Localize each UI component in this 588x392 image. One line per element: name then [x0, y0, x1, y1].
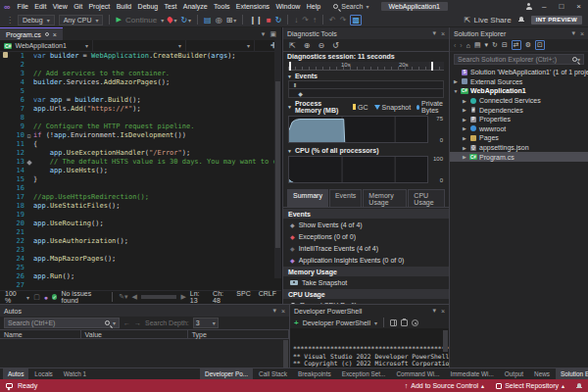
- chevron-collapsed-icon[interactable]: ▶: [462, 154, 467, 160]
- panel-close-icon[interactable]: ×: [441, 30, 445, 37]
- zoom-level[interactable]: 100 %: [5, 290, 23, 304]
- solution-name-badge[interactable]: WebApplication1: [381, 2, 448, 11]
- breakpoints-icon[interactable]: ▤: [204, 16, 212, 24]
- platform-dropdown[interactable]: Any CPU▾: [59, 15, 104, 25]
- menu-file[interactable]: File: [14, 3, 31, 10]
- menu-project[interactable]: Project: [85, 3, 113, 10]
- code-line[interactable]: 16: [0, 184, 281, 193]
- code-line[interactable]: 27: [0, 281, 281, 290]
- bottom-tab-watch-1[interactable]: Watch 1: [59, 368, 91, 379]
- int-preview-badge[interactable]: INT PREVIEW: [531, 16, 582, 24]
- home-icon[interactable]: ⌂: [466, 42, 470, 49]
- chevron-collapsed-icon[interactable]: ▶: [462, 145, 467, 151]
- column-header-value[interactable]: Value: [81, 330, 188, 338]
- autos-search-input[interactable]: Search (Ctrl+E) ▾: [4, 318, 120, 328]
- tree-item-pages[interactable]: ▶Pages: [450, 133, 588, 143]
- bottom-tab-call-stack[interactable]: Call Stack: [254, 368, 292, 379]
- code-line[interactable]: 23: [0, 246, 281, 255]
- summary-link-intellitrace[interactable]: ◆IntelliTrace Events (4 of 4): [283, 242, 449, 254]
- properties-wrench-icon[interactable]: ⚙: [525, 41, 531, 49]
- add-to-source-control-button[interactable]: ↑ Add to Source Control ▴: [405, 382, 484, 389]
- code-analysis-icon[interactable]: ●: [44, 294, 48, 301]
- diag-tab-cpu-usage[interactable]: CPU Usage: [408, 189, 445, 207]
- chevron-collapsed-icon[interactable]: ▶: [462, 117, 467, 122]
- horizontal-scrollbar-thumb[interactable]: [141, 295, 176, 299]
- health-indicator-icon[interactable]: ▢: [33, 293, 40, 301]
- back-icon[interactable]: ‹: [454, 42, 456, 49]
- panel-close-icon[interactable]: ×: [580, 30, 584, 37]
- account-icon[interactable]: [525, 3, 532, 10]
- code-line[interactable]: 15}: [0, 175, 281, 184]
- menu-build[interactable]: Build: [113, 3, 134, 10]
- code-line[interactable]: 2: [0, 61, 281, 70]
- summary-link-take[interactable]: Take Snapshot: [283, 276, 449, 288]
- terminal-profile-label[interactable]: Developer PowerShell: [303, 319, 370, 326]
- viewport-marker[interactable]: [289, 62, 291, 71]
- column-header-name[interactable]: Name: [0, 330, 81, 338]
- live-share-button[interactable]: ⇱ Live Share: [465, 16, 512, 24]
- tree-item-external-sources[interactable]: ▶External Sources: [450, 77, 588, 87]
- zoom-in-icon[interactable]: ⊕: [304, 41, 311, 50]
- eol-mode[interactable]: CRLF: [259, 290, 276, 304]
- diag-tab-events[interactable]: Events: [329, 189, 362, 207]
- search-prev-icon[interactable]: ←: [123, 319, 130, 326]
- code-line[interactable]: 10⊟if (!app.Environment.IsDevelopment()): [0, 131, 281, 140]
- issues-status[interactable]: No issues found: [61, 290, 106, 304]
- menu-git[interactable]: Git: [71, 3, 85, 10]
- bottom-tab-solution-explorer[interactable]: Solution Explorer: [556, 368, 588, 379]
- column-header-type[interactable]: Type: [188, 330, 289, 338]
- feedback-icon[interactable]: [6, 383, 13, 388]
- hot-reload-button[interactable]: ▾: [168, 17, 176, 24]
- code-line[interactable]: 12 app.UseExceptionHandler("/Error");: [0, 149, 281, 158]
- events-track-row[interactable]: ‖: [289, 81, 443, 89]
- reset-view-icon[interactable]: ↺: [332, 41, 339, 50]
- events-tracks[interactable]: ‖ ◆: [288, 80, 444, 98]
- code-line[interactable]: 11{: [0, 140, 281, 149]
- bottom-tab-breakpoints[interactable]: Breakpoints: [293, 368, 336, 379]
- event-diamond-icon[interactable]: ◆: [298, 90, 303, 97]
- scrollbar-thumb[interactable]: [275, 81, 280, 248]
- pause-button[interactable]: ❙❙: [249, 16, 262, 24]
- code-line[interactable]: 1var builder = WebApplication.CreateBuil…: [0, 52, 281, 61]
- collapse-all-icon[interactable]: ⊟: [502, 41, 508, 49]
- chevron-collapsed-icon[interactable]: ▶: [462, 135, 467, 141]
- forward-icon[interactable]: ›: [460, 42, 462, 49]
- code-line[interactable]: 20app.UseRouting();: [0, 220, 281, 228]
- tree-item-wwwroot[interactable]: ▶wwwroot: [450, 124, 588, 134]
- chevron-collapsed-icon[interactable]: ▶: [462, 125, 467, 131]
- chevron-collapsed-icon[interactable]: ▶: [462, 107, 467, 113]
- menu-debug[interactable]: Debug: [134, 3, 161, 10]
- summary-link-show[interactable]: ◆Show Events (4 of 4): [283, 219, 449, 230]
- tree-item-connected-services[interactable]: ▶Connected Services: [450, 96, 588, 106]
- panel-close-icon[interactable]: ×: [281, 308, 285, 315]
- summary-link-exceptions[interactable]: ◆Exceptions (0 of 0): [283, 230, 449, 242]
- breadcrumb-project[interactable]: C# WebApplication1 ▾: [0, 40, 93, 51]
- switch-views-icon[interactable]: ▤: [474, 41, 481, 49]
- restart-app-button[interactable]: ↻: [275, 16, 282, 24]
- edit-mode-icon[interactable]: ✎▾: [119, 293, 127, 301]
- chevron-collapsed-icon[interactable]: ▶: [453, 78, 459, 84]
- code-line[interactable]: 6var app = builder.Build();: [0, 96, 281, 105]
- intellitrace-track-row[interactable]: ◆: [289, 89, 443, 97]
- menu-window[interactable]: Window: [272, 3, 303, 10]
- editor-vertical-scrollbar[interactable]: [274, 40, 281, 278]
- step-out-icon[interactable]: ↑: [313, 16, 317, 24]
- events-section-header[interactable]: ▼Events: [283, 71, 449, 80]
- configuration-dropdown[interactable]: Debug▾: [18, 15, 55, 25]
- code-line[interactable]: 21: [0, 228, 281, 237]
- cpu-section-header[interactable]: ▼CPU (% of all processors): [283, 145, 449, 155]
- summary-link-application[interactable]: ◆Application Insights Events (0 of 0): [283, 254, 449, 266]
- memory-section-header[interactable]: ▼Process Memory (MB) GCSnapshotPrivate B…: [283, 98, 449, 115]
- search-depth-dropdown[interactable]: 3▾: [193, 318, 219, 328]
- breadcrumb-type[interactable]: ▾: [93, 40, 186, 51]
- continue-button[interactable]: ▶ Continue ▾: [116, 16, 164, 24]
- sync-with-active-document-icon[interactable]: ⇄: [512, 40, 521, 50]
- select-tool-icon[interactable]: ⇱: [289, 41, 296, 50]
- terminal-settings-icon[interactable]: [412, 319, 418, 326]
- code-line[interactable]: 25: [0, 264, 281, 272]
- bottom-tab-output[interactable]: Output: [500, 368, 528, 379]
- autos-grid-body[interactable]: [0, 339, 289, 368]
- bottom-tab-autos[interactable]: Autos: [3, 368, 28, 379]
- code-line[interactable]: 17//app.UseHttpsRedirection();: [0, 193, 281, 202]
- menu-tools[interactable]: Tools: [211, 3, 233, 10]
